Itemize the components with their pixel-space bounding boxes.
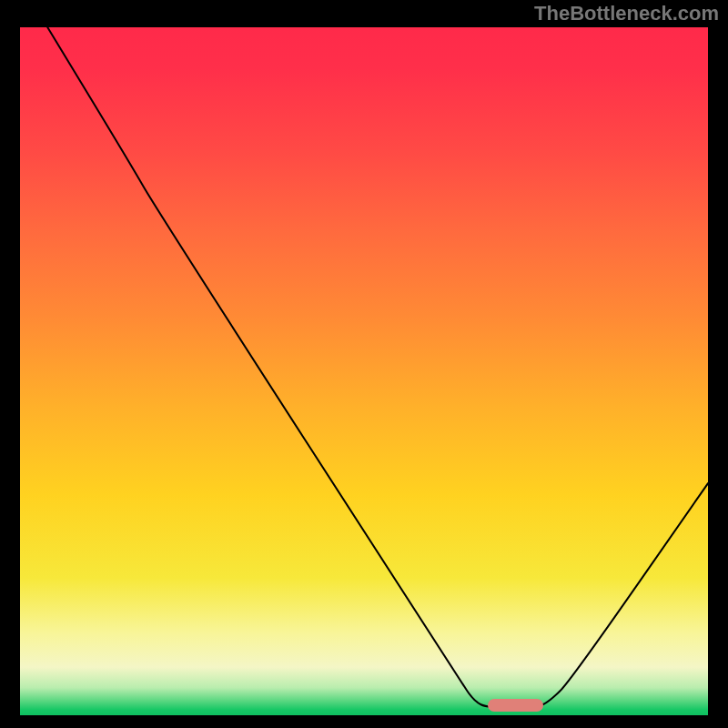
chart-root: TheBottleneck.com [0,0,728,728]
bottleneck-curve [20,27,708,708]
plot-area [20,27,708,708]
watermark-label: TheBottleneck.com [534,2,719,25]
optimal-range-marker [488,699,542,712]
